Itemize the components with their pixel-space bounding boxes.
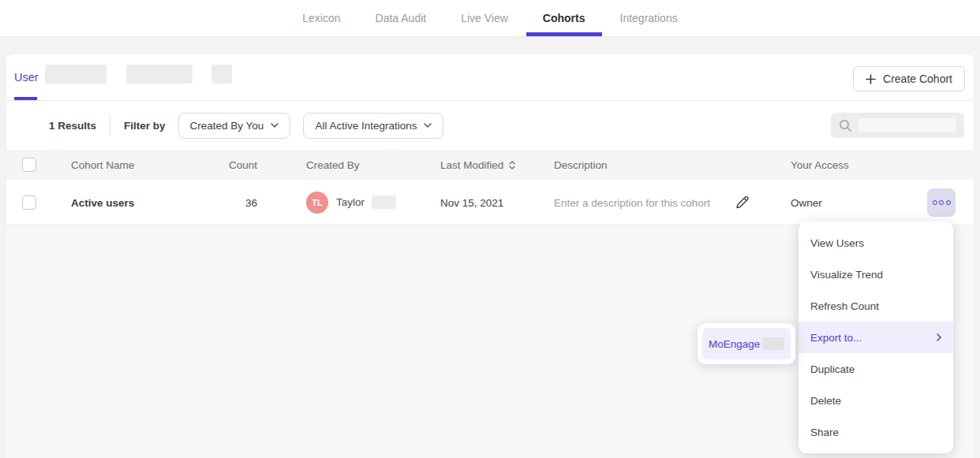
avatar: TL: [306, 192, 328, 214]
sort-icon: [509, 160, 515, 169]
menu-item-export-to[interactable]: Export to...: [799, 322, 953, 353]
cohort-type-tabstrip: User Create Cohort: [6, 54, 974, 101]
menu-item-label: Visualize Trend: [810, 269, 883, 281]
creator-name: Taylor: [336, 196, 365, 208]
redacted-search-text: [858, 118, 956, 132]
filter-by-label: Filter by: [124, 120, 166, 132]
redacted-tab: [126, 65, 193, 84]
menu-item-delete[interactable]: Delete: [799, 385, 953, 416]
results-count: 1 Results: [49, 120, 96, 132]
redacted-tab: [211, 65, 232, 84]
export-submenu: MoEngage: [698, 323, 795, 364]
integrations-dropdown[interactable]: All Active Integrations: [303, 113, 443, 139]
table-row: Active users 36 TL Taylor Nov 15, 2021 E…: [6, 180, 974, 225]
submenu-item-moengage[interactable]: MoEngage: [702, 328, 791, 359]
nav-tab-label: Data Audit: [376, 12, 427, 24]
top-nav: Lexicon Data Audit Live View Cohorts Int…: [0, 0, 980, 37]
row-actions-button[interactable]: [927, 188, 956, 217]
description-field[interactable]: Enter a description for this cohort: [554, 196, 710, 208]
nav-tab-lexicon[interactable]: Lexicon: [286, 0, 357, 36]
nav-tab-label: Lexicon: [302, 12, 340, 24]
nav-tab-label: Integrations: [620, 12, 678, 24]
nav-tab-cohorts[interactable]: Cohorts: [526, 0, 602, 36]
created-by-cell: TL Taylor: [306, 192, 396, 214]
menu-item-label: Delete: [810, 395, 841, 407]
plus-icon: [866, 74, 876, 84]
chevron-down-icon: [424, 123, 432, 128]
menu-item-label: Duplicate: [810, 363, 855, 375]
menu-item-duplicate[interactable]: Duplicate: [799, 353, 953, 385]
user-tab-underline: [14, 97, 37, 100]
integrations-dropdown-value: All Active Integrations: [315, 120, 417, 132]
column-cohort-name: Cohort Name: [71, 159, 134, 171]
nav-tab-integrations[interactable]: Integrations: [604, 0, 694, 36]
column-created-by: Created By: [306, 159, 360, 171]
menu-item-label: Export to...: [810, 332, 862, 344]
chevron-right-icon: [937, 333, 941, 341]
menu-item-label: View Users: [810, 237, 864, 249]
menu-item-share[interactable]: Share: [799, 416, 953, 448]
nav-tab-label: Cohorts: [543, 12, 585, 24]
menu-item-view-users[interactable]: View Users: [799, 227, 953, 259]
column-description: Description: [554, 159, 608, 171]
chevron-down-icon: [271, 123, 279, 128]
create-cohort-label: Create Cohort: [883, 73, 952, 85]
menu-item-label: Refresh Count: [810, 300, 879, 312]
redacted-tab: [45, 65, 107, 84]
column-last-modified-label: Last Modified: [440, 159, 503, 171]
cohort-name[interactable]: Active users: [71, 196, 134, 208]
nav-tab-label: Live View: [461, 12, 508, 24]
search-input[interactable]: [831, 113, 964, 138]
column-your-access: Your Access: [791, 159, 849, 171]
edit-description-icon[interactable]: [734, 194, 750, 210]
row-actions-menu: View Users Visualize Trend Refresh Count…: [799, 222, 953, 453]
nav-tab-live-view[interactable]: Live View: [444, 0, 525, 36]
create-cohort-button[interactable]: Create Cohort: [853, 66, 965, 91]
nav-tab-data-audit[interactable]: Data Audit: [359, 0, 443, 36]
created-by-dropdown-value: Created By You: [190, 120, 264, 132]
column-count: Count: [188, 159, 257, 171]
tab-user[interactable]: User: [14, 71, 39, 84]
cohort-count: 36: [188, 196, 257, 208]
select-all-checkbox[interactable]: [22, 158, 36, 172]
submenu-item-label: MoEngage: [709, 338, 760, 350]
table-header: Cohort Name Count Created By Last Modifi…: [6, 150, 974, 180]
redacted-connector-name: [762, 337, 784, 350]
column-last-modified[interactable]: Last Modified: [440, 159, 515, 171]
last-modified-cell: Nov 15, 2021: [440, 196, 503, 208]
divider: [110, 114, 110, 136]
search-icon: [839, 119, 852, 132]
menu-item-refresh-count[interactable]: Refresh Count: [799, 290, 953, 322]
redacted-surname: [372, 195, 396, 209]
active-tab-underline: [526, 32, 602, 36]
filter-bar: 1 Results Filter by Created By You All A…: [6, 101, 974, 150]
cohorts-page: Lexicon Data Audit Live View Cohorts Int…: [0, 0, 980, 458]
access-cell: Owner: [791, 196, 822, 208]
created-by-dropdown[interactable]: Created By You: [178, 113, 291, 139]
menu-item-visualize-trend[interactable]: Visualize Trend: [799, 259, 953, 290]
menu-item-label: Share: [810, 426, 839, 438]
row-checkbox[interactable]: [22, 195, 36, 210]
